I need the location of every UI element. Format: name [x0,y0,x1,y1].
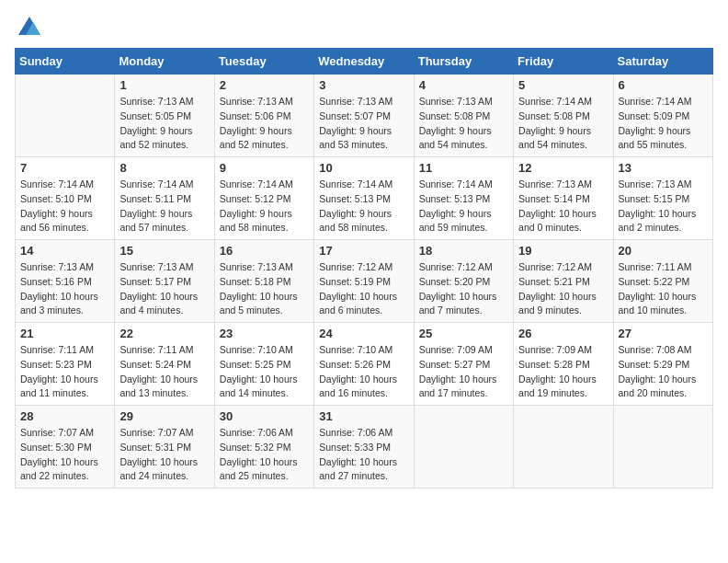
day-info: Sunrise: 7:13 AMSunset: 5:18 PMDaylight:… [220,260,309,318]
day-number: 9 [220,161,309,175]
logo-icon [17,15,42,40]
calendar-cell: 5Sunrise: 7:14 AMSunset: 5:08 PMDaylight… [514,75,613,157]
calendar-cell: 10Sunrise: 7:14 AMSunset: 5:13 PMDayligh… [314,157,414,240]
day-info: Sunrise: 7:08 AMSunset: 5:29 PMDaylight:… [619,343,708,401]
calendar-cell: 27Sunrise: 7:08 AMSunset: 5:29 PMDayligh… [613,323,712,406]
calendar-cell: 22Sunrise: 7:11 AMSunset: 5:24 PMDayligh… [115,323,214,406]
calendar-cell: 16Sunrise: 7:13 AMSunset: 5:18 PMDayligh… [214,240,313,323]
page-header [15,15,713,40]
calendar-week-row: 28Sunrise: 7:07 AMSunset: 5:30 PMDayligh… [16,406,713,488]
calendar-cell [613,406,712,488]
calendar-cell: 9Sunrise: 7:14 AMSunset: 5:12 PMDaylight… [214,157,313,240]
day-number: 1 [119,78,209,92]
day-number: 22 [119,327,209,340]
calendar-cell: 28Sunrise: 7:07 AMSunset: 5:30 PMDayligh… [16,406,115,488]
day-number: 3 [319,78,408,92]
calendar-cell: 18Sunrise: 7:12 AMSunset: 5:20 PMDayligh… [414,240,513,323]
calendar-cell [514,406,613,488]
calendar-cell: 4Sunrise: 7:13 AMSunset: 5:08 PMDaylight… [414,75,513,157]
calendar-cell [16,75,115,157]
day-number: 2 [220,78,309,92]
day-number: 26 [518,327,608,340]
calendar-cell: 11Sunrise: 7:14 AMSunset: 5:13 PMDayligh… [414,157,513,240]
calendar-cell: 15Sunrise: 7:13 AMSunset: 5:17 PMDayligh… [115,240,214,323]
calendar-week-row: 1Sunrise: 7:13 AMSunset: 5:05 PMDaylight… [16,75,713,157]
day-number: 31 [319,409,408,423]
calendar-cell: 13Sunrise: 7:13 AMSunset: 5:15 PMDayligh… [613,157,712,240]
calendar-cell: 8Sunrise: 7:14 AMSunset: 5:11 PMDaylight… [115,157,214,240]
day-info: Sunrise: 7:14 AMSunset: 5:08 PMDaylight:… [518,95,608,153]
column-header-friday: Friday [514,49,613,75]
day-info: Sunrise: 7:14 AMSunset: 5:13 PMDaylight:… [319,178,408,236]
day-info: Sunrise: 7:12 AMSunset: 5:19 PMDaylight:… [319,260,408,318]
day-info: Sunrise: 7:14 AMSunset: 5:10 PMDaylight:… [20,178,109,236]
day-info: Sunrise: 7:11 AMSunset: 5:23 PMDaylight:… [20,343,109,401]
calendar-cell: 24Sunrise: 7:10 AMSunset: 5:26 PMDayligh… [314,323,414,406]
day-info: Sunrise: 7:10 AMSunset: 5:25 PMDaylight:… [220,343,309,401]
day-info: Sunrise: 7:09 AMSunset: 5:28 PMDaylight:… [518,343,608,401]
day-info: Sunrise: 7:13 AMSunset: 5:14 PMDaylight:… [518,178,608,236]
day-number: 5 [518,78,608,92]
day-number: 13 [619,161,708,175]
day-info: Sunrise: 7:13 AMSunset: 5:05 PMDaylight:… [119,95,209,153]
column-header-sunday: Sunday [16,49,115,75]
day-info: Sunrise: 7:07 AMSunset: 5:30 PMDaylight:… [20,426,109,484]
day-info: Sunrise: 7:07 AMSunset: 5:31 PMDaylight:… [119,426,209,484]
day-number: 16 [220,244,309,258]
day-info: Sunrise: 7:06 AMSunset: 5:32 PMDaylight:… [220,426,309,484]
day-info: Sunrise: 7:14 AMSunset: 5:13 PMDaylight:… [419,178,508,236]
day-info: Sunrise: 7:09 AMSunset: 5:27 PMDaylight:… [419,343,508,401]
calendar-week-row: 14Sunrise: 7:13 AMSunset: 5:16 PMDayligh… [16,240,713,323]
day-number: 25 [419,327,508,340]
calendar-cell: 7Sunrise: 7:14 AMSunset: 5:10 PMDaylight… [16,157,115,240]
calendar-cell: 3Sunrise: 7:13 AMSunset: 5:07 PMDaylight… [314,75,414,157]
day-info: Sunrise: 7:13 AMSunset: 5:08 PMDaylight:… [419,95,508,153]
day-number: 15 [119,244,209,258]
day-number: 27 [619,327,708,340]
calendar-cell: 19Sunrise: 7:12 AMSunset: 5:21 PMDayligh… [514,240,613,323]
day-info: Sunrise: 7:13 AMSunset: 5:06 PMDaylight:… [220,95,309,153]
day-info: Sunrise: 7:14 AMSunset: 5:09 PMDaylight:… [619,95,708,153]
calendar-week-row: 21Sunrise: 7:11 AMSunset: 5:23 PMDayligh… [16,323,713,406]
calendar-cell: 25Sunrise: 7:09 AMSunset: 5:27 PMDayligh… [414,323,513,406]
calendar-table: SundayMondayTuesdayWednesdayThursdayFrid… [15,48,713,488]
column-header-tuesday: Tuesday [214,49,313,75]
calendar-cell: 29Sunrise: 7:07 AMSunset: 5:31 PMDayligh… [115,406,214,488]
calendar-cell: 17Sunrise: 7:12 AMSunset: 5:19 PMDayligh… [314,240,414,323]
column-header-saturday: Saturday [613,49,712,75]
day-info: Sunrise: 7:14 AMSunset: 5:11 PMDaylight:… [119,178,209,236]
column-header-wednesday: Wednesday [314,49,414,75]
day-info: Sunrise: 7:13 AMSunset: 5:07 PMDaylight:… [319,95,408,153]
day-number: 8 [119,161,209,175]
calendar-cell: 6Sunrise: 7:14 AMSunset: 5:09 PMDaylight… [613,75,712,157]
day-number: 19 [518,244,608,258]
day-number: 7 [20,161,109,175]
day-number: 28 [20,409,109,423]
day-number: 29 [119,409,209,423]
day-info: Sunrise: 7:11 AMSunset: 5:22 PMDaylight:… [619,260,708,318]
day-info: Sunrise: 7:13 AMSunset: 5:17 PMDaylight:… [119,260,209,318]
day-info: Sunrise: 7:13 AMSunset: 5:16 PMDaylight:… [20,260,109,318]
day-number: 20 [619,244,708,258]
day-number: 21 [20,327,109,340]
day-info: Sunrise: 7:06 AMSunset: 5:33 PMDaylight:… [319,426,408,484]
calendar-cell: 26Sunrise: 7:09 AMSunset: 5:28 PMDayligh… [514,323,613,406]
calendar-cell: 14Sunrise: 7:13 AMSunset: 5:16 PMDayligh… [16,240,115,323]
column-header-thursday: Thursday [414,49,513,75]
calendar-cell: 12Sunrise: 7:13 AMSunset: 5:14 PMDayligh… [514,157,613,240]
day-number: 4 [419,78,508,92]
day-info: Sunrise: 7:12 AMSunset: 5:20 PMDaylight:… [419,260,508,318]
column-header-monday: Monday [115,49,214,75]
calendar-cell: 31Sunrise: 7:06 AMSunset: 5:33 PMDayligh… [314,406,414,488]
day-number: 11 [419,161,508,175]
calendar-cell: 23Sunrise: 7:10 AMSunset: 5:25 PMDayligh… [214,323,313,406]
day-number: 18 [419,244,508,258]
calendar-cell: 30Sunrise: 7:06 AMSunset: 5:32 PMDayligh… [214,406,313,488]
day-number: 6 [619,78,708,92]
calendar-cell: 2Sunrise: 7:13 AMSunset: 5:06 PMDaylight… [214,75,313,157]
day-number: 24 [319,327,408,340]
day-info: Sunrise: 7:12 AMSunset: 5:21 PMDaylight:… [518,260,608,318]
logo [15,15,42,40]
calendar-cell: 20Sunrise: 7:11 AMSunset: 5:22 PMDayligh… [613,240,712,323]
day-number: 14 [20,244,109,258]
